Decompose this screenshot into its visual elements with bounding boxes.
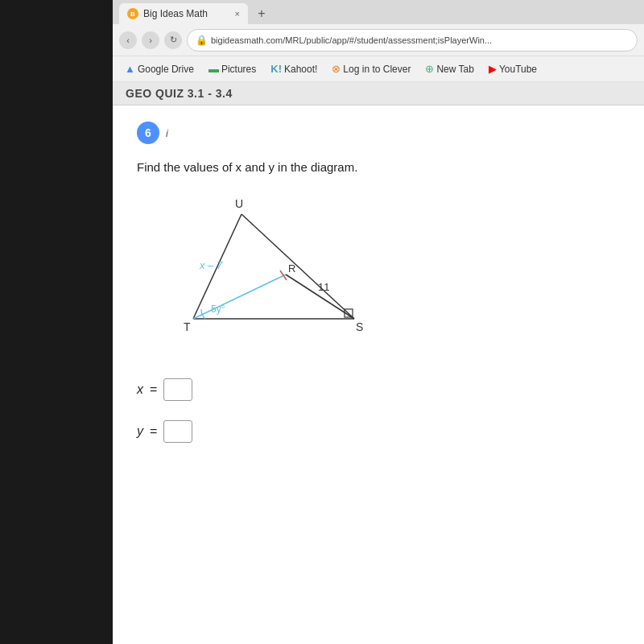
bookmark-pictures[interactable]: ▬ Pictures [203, 60, 262, 77]
label-eleven: 11 [318, 281, 329, 293]
address-input[interactable]: 🔒 bigideasmath.com/MRL/public/app/#/stud… [187, 29, 638, 52]
pictures-icon: ▬ [208, 63, 219, 75]
y-label: y [137, 424, 143, 439]
browser-window: B Big Ideas Math × + ‹ › ↻ 🔒 bigideasmat… [113, 0, 644, 644]
bookmark-label-pictures: Pictures [221, 64, 256, 75]
google-drive-icon: ▲ [125, 63, 135, 75]
bookmark-youtube[interactable]: ▶ YouTube [483, 60, 543, 77]
tab-bar: B Big Ideas Math × + [113, 0, 644, 24]
vertex-U: U [235, 197, 243, 210]
bookmark-kahoot[interactable]: K! Kahoot! [265, 60, 323, 77]
bookmarks-bar: ▲ Google Drive ▬ Pictures K! Kahoot! ⊗ L… [113, 56, 644, 82]
active-tab[interactable]: B Big Ideas Math × [119, 3, 248, 24]
address-bar-row: ‹ › ↻ 🔒 bigideasmath.com/MRL/public/app/… [113, 24, 644, 56]
vertex-S: S [356, 320, 363, 333]
bookmark-google-drive[interactable]: ▲ Google Drive [119, 60, 200, 77]
tab-close-button[interactable]: × [235, 9, 240, 19]
new-tab-button[interactable]: + [251, 3, 272, 24]
address-text: bigideasmath.com/MRL/public/app/#/studen… [211, 35, 492, 45]
svg-line-5 [280, 270, 287, 280]
y-input-row: y = [137, 420, 620, 443]
clever-icon: ⊗ [332, 63, 341, 75]
youtube-icon: ▶ [489, 63, 497, 75]
back-button[interactable]: ‹ [119, 31, 137, 49]
question-info: i [166, 127, 168, 139]
bookmark-label-newtab: New Tab [436, 64, 473, 75]
geometry-diagram: U R T S x – 7 11 5y° [161, 190, 386, 351]
main-content: 6 i Find the values of x and y in the di… [113, 105, 644, 478]
bookmark-newtab[interactable]: ⊕ New Tab [419, 60, 479, 77]
label-x-minus-7: x – 7 [199, 259, 223, 271]
question-number-row: 6 i [137, 122, 620, 144]
reload-button[interactable]: ↻ [164, 31, 182, 49]
quiz-title: GEO QUIZ 3.1 - 3.4 [126, 87, 233, 100]
page-header-strip: GEO QUIZ 3.1 - 3.4 [113, 82, 644, 105]
y-equals: = [150, 424, 157, 439]
svg-line-3 [193, 275, 286, 319]
vertex-T: T [184, 320, 191, 333]
left-panel [0, 0, 113, 644]
question-number-circle: 6 [137, 122, 159, 144]
tab-favicon: B [127, 8, 138, 19]
security-icon: 🔒 [196, 35, 208, 46]
svg-line-1 [242, 214, 354, 319]
x-label: x [137, 382, 143, 397]
vertex-R: R [288, 262, 295, 275]
y-answer-input[interactable] [163, 420, 192, 443]
newtab-icon: ⊕ [425, 63, 434, 75]
question-text: Find the values of x and y in the diagra… [137, 160, 620, 174]
page-content: GEO QUIZ 3.1 - 3.4 6 i Find the values o… [113, 82, 644, 644]
x-input-row: x = [137, 378, 620, 401]
bookmark-label-clever: Log in to Clever [343, 64, 411, 75]
x-answer-input[interactable] [163, 378, 192, 401]
diagram-area: U R T S x – 7 11 5y° [161, 190, 620, 354]
kahoot-icon: K! [270, 63, 282, 75]
forward-button[interactable]: › [142, 31, 159, 49]
bookmark-label-youtube: YouTube [499, 64, 537, 75]
bookmark-clever[interactable]: ⊗ Log in to Clever [326, 60, 416, 77]
tab-label: Big Ideas Math [143, 8, 208, 19]
bookmark-label-kahoot: Kahoot! [284, 64, 317, 75]
label-5y: 5y° [211, 303, 225, 315]
bookmark-label-google-drive: Google Drive [138, 64, 194, 75]
x-equals: = [150, 382, 157, 397]
